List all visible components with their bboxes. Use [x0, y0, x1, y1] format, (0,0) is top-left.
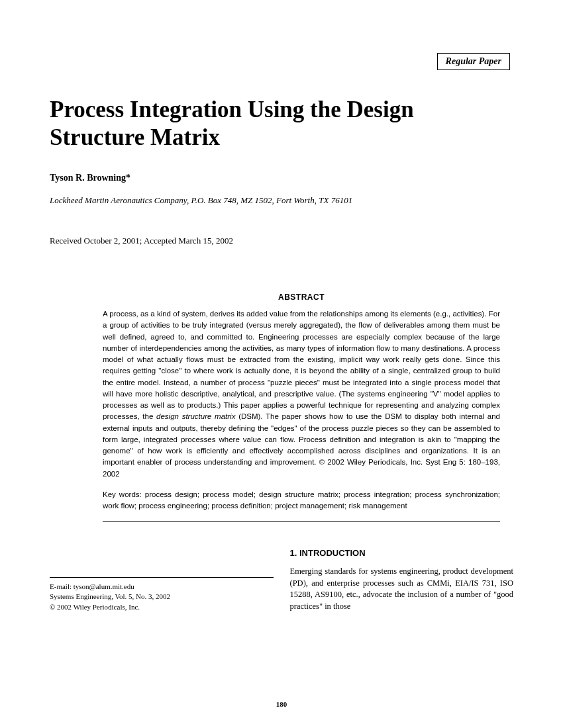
paper-title: Process Integration Using the Design Str…	[50, 96, 513, 152]
page-number: 180	[276, 700, 287, 708]
abstract-text-part2: (DSM). The paper shows how to use the DS…	[103, 412, 500, 477]
footer-divider	[50, 577, 274, 578]
keywords: Key words: process design; process model…	[103, 489, 500, 512]
introduction-text: Emerging standards for systems engineeri…	[290, 566, 514, 612]
abstract-section: ABSTRACT A process, as a kind of system,…	[103, 293, 500, 522]
section-heading: 1. INTRODUCTION	[290, 548, 514, 558]
abstract-text-part1: A process, as a kind of system, derives …	[103, 310, 500, 420]
abstract-italic-term: design structure matrix	[156, 412, 235, 420]
journal-citation: Systems Engineering, Vol. 5, No. 3, 2002	[50, 592, 274, 602]
paper-type-badge: Regular Paper	[437, 53, 510, 70]
abstract-divider	[103, 521, 500, 522]
copyright-notice: © 2002 Wiley Periodicals, Inc.	[50, 602, 274, 612]
contact-email: E-mail: tyson@alum.mit.edu	[50, 582, 274, 592]
right-column: 1. INTRODUCTION Emerging standards for s…	[290, 548, 514, 612]
author-name: Tyson R. Browning*	[50, 173, 513, 183]
abstract-body: A process, as a kind of system, derives …	[103, 308, 500, 480]
submission-dates: Received October 2, 2001; Accepted March…	[50, 236, 513, 246]
two-column-section: E-mail: tyson@alum.mit.edu Systems Engin…	[50, 548, 513, 612]
author-affiliation: Lockheed Martin Aeronautics Company, P.O…	[50, 195, 513, 206]
abstract-heading: ABSTRACT	[103, 293, 500, 302]
left-column: E-mail: tyson@alum.mit.edu Systems Engin…	[50, 548, 274, 612]
